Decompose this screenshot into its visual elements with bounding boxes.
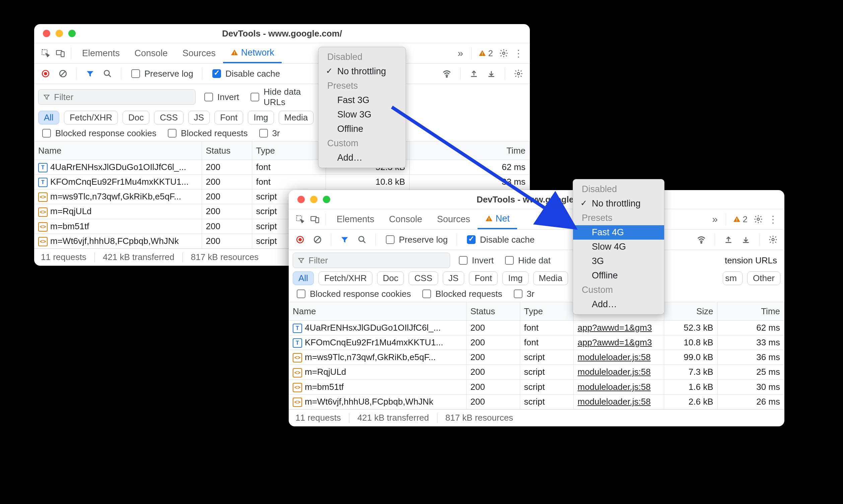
menu-item-offline[interactable]: Offline: [318, 122, 406, 136]
inspect-element-icon[interactable]: [293, 212, 308, 227]
initiator-link[interactable]: moduleloader.js:58: [578, 382, 651, 392]
kebab-menu-icon[interactable]: ⋮: [766, 212, 780, 227]
filter-pill-css[interactable]: CSS: [154, 111, 183, 125]
settings-icon[interactable]: [751, 212, 766, 227]
col-status[interactable]: Status: [201, 142, 252, 160]
issues-badge[interactable]: 2: [730, 214, 751, 224]
settings-icon[interactable]: [496, 46, 511, 60]
filter-funnel-icon[interactable]: [337, 232, 352, 247]
menu-item-no-throttling[interactable]: No throttling: [573, 196, 664, 211]
more-tabs-icon[interactable]: »: [708, 212, 722, 227]
filter-pill-doc[interactable]: Doc: [123, 111, 150, 125]
table-row[interactable]: <>m=bm51tf200scriptmoduleloader.js:581.6…: [289, 379, 785, 394]
filter-pill-all[interactable]: All: [293, 271, 314, 285]
tab-sources[interactable]: Sources: [430, 209, 478, 229]
more-tabs-icon[interactable]: »: [453, 46, 468, 60]
window-maximize-button[interactable]: [323, 196, 330, 203]
filter-input[interactable]: [293, 253, 450, 268]
filter-input[interactable]: [38, 89, 196, 105]
search-icon[interactable]: [100, 66, 115, 81]
disable-cache-checkbox[interactable]: Disable cache: [463, 234, 537, 245]
filter-pill-media[interactable]: Media: [533, 271, 568, 285]
menu-item-3g[interactable]: 3G: [573, 254, 664, 268]
filter-pill-media[interactable]: Media: [279, 111, 314, 125]
filter-funnel-icon[interactable]: [83, 66, 98, 81]
table-row[interactable]: TKFOmCnqEu92Fr1Mu4mxKKTU1...200fontapp?a…: [289, 335, 785, 350]
window-close-button[interactable]: [43, 30, 50, 37]
filter-pill-font[interactable]: Font: [469, 271, 498, 285]
filter-pill-img[interactable]: Img: [248, 111, 274, 125]
tab-network[interactable]: Network: [223, 43, 282, 63]
tab-network[interactable]: Net: [478, 209, 517, 229]
wifi-icon[interactable]: [694, 232, 709, 247]
filter-pill-js[interactable]: JS: [188, 111, 210, 125]
menu-item-fast-3g[interactable]: Fast 3G: [318, 93, 406, 107]
preserve-log-checkbox[interactable]: Preserve log: [127, 68, 196, 79]
initiator-link[interactable]: moduleloader.js:58: [578, 397, 651, 407]
wifi-icon[interactable]: [439, 66, 454, 81]
table-row[interactable]: TKFOmCnqEu92Fr1Mu4mxKKTU1...200font10.8 …: [34, 175, 530, 190]
download-icon[interactable]: [738, 232, 753, 247]
device-toolbar-icon[interactable]: [53, 46, 68, 60]
filter-pill-wasm[interactable]: sm: [723, 271, 742, 285]
disable-cache-checkbox[interactable]: Disable cache: [208, 68, 283, 79]
third-party-checkbox[interactable]: 3r: [255, 128, 283, 139]
tab-elements[interactable]: Elements: [75, 43, 127, 63]
preserve-log-checkbox[interactable]: Preserve log: [382, 234, 451, 245]
tab-console[interactable]: Console: [127, 43, 175, 63]
tab-console[interactable]: Console: [382, 209, 430, 229]
clear-icon[interactable]: [56, 66, 70, 81]
table-row[interactable]: <>m=RqjULd200scriptmoduleloader.js:587.3…: [289, 365, 785, 379]
initiator-link[interactable]: app?awwd=1&gm3: [578, 337, 652, 347]
upload-icon[interactable]: [721, 232, 736, 247]
hide-data-urls-checkbox[interactable]: Hide data URLs: [246, 87, 310, 107]
window-maximize-button[interactable]: [68, 30, 76, 37]
col-type[interactable]: Type: [252, 142, 326, 160]
blocked-requests-checkbox[interactable]: Blocked requests: [164, 128, 250, 139]
clear-icon[interactable]: [310, 232, 325, 247]
col-type[interactable]: Type: [520, 302, 574, 321]
table-row[interactable]: T4UaRrENHsxJlGDuGo1OIlJfC6l_...200fontap…: [289, 321, 785, 335]
download-icon[interactable]: [484, 66, 499, 81]
initiator-link[interactable]: app?awwd=1&gm3: [578, 323, 652, 332]
kebab-menu-icon[interactable]: ⋮: [511, 46, 526, 60]
menu-item-add[interactable]: Add…: [318, 150, 406, 165]
filter-pill-doc[interactable]: Doc: [377, 271, 404, 285]
col-name[interactable]: Name: [34, 142, 201, 160]
upload-icon[interactable]: [467, 66, 481, 81]
third-party-checkbox[interactable]: 3r: [510, 288, 537, 299]
initiator-link[interactable]: moduleloader.js:58: [578, 352, 651, 362]
menu-item-slow-4g[interactable]: Slow 4G: [573, 240, 664, 254]
col-size[interactable]: Size: [664, 302, 717, 321]
record-icon[interactable]: [293, 232, 308, 247]
invert-checkbox[interactable]: Invert: [200, 92, 242, 103]
filter-pill-js[interactable]: JS: [443, 271, 464, 285]
window-minimize-button[interactable]: [56, 30, 63, 37]
filter-pill-img[interactable]: Img: [503, 271, 528, 285]
record-icon[interactable]: [38, 66, 53, 81]
menu-item-slow-3g[interactable]: Slow 3G: [318, 107, 406, 122]
filter-pill-all[interactable]: All: [38, 111, 59, 125]
col-time[interactable]: Time: [409, 142, 530, 160]
filter-pill-css[interactable]: CSS: [409, 271, 438, 285]
tab-elements[interactable]: Elements: [329, 209, 382, 229]
hide-data-urls-checkbox[interactable]: Hide dat: [501, 255, 553, 266]
blocked-cookies-checkbox[interactable]: Blocked response cookies: [293, 288, 414, 299]
issues-badge[interactable]: 2: [475, 48, 496, 58]
network-settings-icon[interactable]: [511, 66, 526, 81]
tab-sources[interactable]: Sources: [175, 43, 223, 63]
initiator-link[interactable]: moduleloader.js:58: [578, 367, 651, 377]
device-toolbar-icon[interactable]: [308, 212, 322, 227]
filter-pill-fetch[interactable]: Fetch/XHR: [318, 271, 372, 285]
window-close-button[interactable]: [297, 196, 305, 203]
search-icon[interactable]: [355, 232, 369, 247]
menu-item-offline[interactable]: Offline: [573, 268, 664, 283]
filter-pill-fetch[interactable]: Fetch/XHR: [64, 111, 118, 125]
network-settings-icon[interactable]: [766, 232, 780, 247]
filter-pill-other[interactable]: Other: [747, 271, 780, 285]
blocked-requests-checkbox[interactable]: Blocked requests: [418, 288, 505, 299]
inspect-element-icon[interactable]: [38, 46, 53, 60]
col-time[interactable]: Time: [717, 302, 785, 321]
blocked-cookies-checkbox[interactable]: Blocked response cookies: [38, 128, 159, 139]
window-minimize-button[interactable]: [310, 196, 317, 203]
